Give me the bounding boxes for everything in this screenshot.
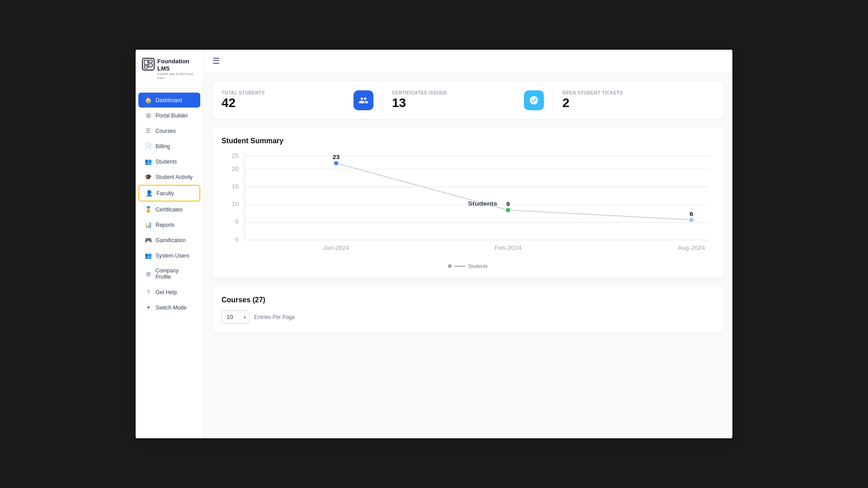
svg-text:20: 20	[232, 165, 239, 172]
sidebar-item-label-switch-mode: Switch Mode	[156, 305, 187, 311]
sidebar-item-reports[interactable]: 📊Reports	[138, 217, 200, 232]
sidebar-item-switch-mode[interactable]: ✦Switch Mode	[138, 300, 200, 315]
svg-text:25: 25	[232, 153, 239, 159]
chart-wrapper: 0 5 10 15 20 25	[222, 151, 714, 260]
sidebar-item-label-reports: Reports	[156, 222, 175, 228]
legend-dot	[448, 264, 452, 268]
svg-rect-2	[149, 60, 152, 62]
svg-rect-4	[144, 66, 148, 68]
dashboard-icon: 🏠	[145, 97, 152, 103]
portal-builder-icon: ⊞	[145, 112, 152, 119]
line-chart-svg: 0 5 10 15 20 25	[222, 151, 714, 260]
svg-text:15: 15	[232, 183, 239, 190]
stat-total-students: TOTAL STUDENTS 42	[222, 90, 373, 111]
chart-legend: Students	[222, 263, 714, 269]
sidebar-item-label-dashboard: Dashboard	[156, 97, 182, 103]
svg-point-19	[333, 161, 339, 166]
courses-title: Courses (27)	[222, 296, 714, 304]
sidebar-item-billing[interactable]: 📄Billing	[138, 139, 200, 154]
svg-text:23: 23	[333, 154, 340, 160]
sidebar-item-label-courses: Courses	[156, 128, 176, 134]
sidebar-item-label-students: Students	[156, 159, 177, 165]
stat-label-students: TOTAL STUDENTS	[222, 90, 348, 95]
sidebar-item-label-get-help: Get Help	[156, 289, 177, 296]
sidebar-item-label-company-profile: Company Profile	[156, 267, 194, 280]
sidebar-item-label-billing: Billing	[156, 143, 170, 150]
svg-text:10: 10	[232, 201, 239, 207]
sidebar-item-label-gamification: Gamification	[156, 237, 186, 244]
sidebar-item-certificates[interactable]: 🏅Certificates	[138, 202, 200, 217]
logo-area: Foundation LMS A better way to teach and…	[136, 50, 203, 89]
sidebar-item-students[interactable]: 👥Students	[138, 154, 200, 169]
nav-items-container: 🏠Dashboard⊞Portal Builder☰Courses📄Billin…	[136, 92, 203, 315]
stat-certificates: CERTIFICATES ISSUED 13	[392, 90, 544, 111]
stat-divider-2	[553, 89, 553, 112]
sidebar-item-dashboard[interactable]: 🏠Dashboard	[138, 93, 200, 108]
sidebar-item-faculty[interactable]: 👤Faculty	[138, 185, 200, 202]
stat-value-students: 42	[222, 95, 348, 111]
sidebar-item-company-profile[interactable]: ⊞Company Profile	[138, 263, 200, 284]
courses-controls: 10 25 50 100 Entries Per Page	[222, 310, 714, 324]
svg-text:Aug-2024: Aug-2024	[678, 245, 705, 251]
sidebar-item-portal-builder[interactable]: ⊞Portal Builder	[138, 108, 200, 123]
entries-label: Entries Per Page	[254, 314, 295, 320]
hamburger-menu[interactable]: ☰	[212, 56, 220, 66]
sidebar-item-gamification[interactable]: 🎮Gamification	[138, 233, 200, 248]
faculty-icon: 👤	[146, 190, 153, 197]
billing-icon: 📄	[145, 143, 152, 150]
sidebar-item-courses[interactable]: ☰Courses	[138, 123, 200, 138]
svg-text:Students: Students	[468, 200, 497, 207]
svg-point-20	[505, 207, 511, 212]
entries-select-wrapper[interactable]: 10 25 50 100	[222, 310, 250, 324]
stat-tickets: OPEN STUDENT TICKETS 2	[562, 90, 714, 111]
logo-title: Foundation LMS	[157, 58, 197, 72]
svg-text:6: 6	[689, 211, 693, 217]
sidebar-item-get-help[interactable]: ?Get Help	[138, 285, 200, 300]
chart-title: Student Summary	[222, 137, 714, 145]
svg-text:Jan-2024: Jan-2024	[323, 245, 349, 251]
legend-line	[454, 266, 465, 267]
chart-section: Student Summary 0	[212, 128, 723, 278]
students-icon: 👥	[145, 158, 152, 165]
svg-text:5: 5	[235, 219, 239, 225]
sidebar-item-label-faculty: Faculty	[156, 190, 174, 197]
stat-label-tickets: OPEN STUDENT TICKETS	[562, 90, 714, 95]
student-activity-icon: 🎓	[145, 174, 152, 180]
sidebar-item-system-users[interactable]: 👥System Users	[138, 248, 200, 263]
stats-row: TOTAL STUDENTS 42 CERTIFICATES ISSUED 13	[212, 82, 723, 119]
stat-value-tickets: 2	[562, 95, 714, 111]
stat-icon-certs	[524, 90, 544, 110]
logo-icon	[142, 58, 155, 70]
gamification-icon: 🎮	[145, 237, 152, 244]
svg-point-21	[689, 217, 694, 222]
get-help-icon: ?	[145, 289, 152, 296]
sidebar: Foundation LMS A better way to teach and…	[136, 50, 203, 438]
svg-rect-1	[144, 60, 148, 65]
company-profile-icon: ⊞	[145, 271, 152, 277]
courses-section: Courses (27) 10 25 50 100 Entries Per Pa…	[212, 287, 723, 333]
content-area: TOTAL STUDENTS 42 CERTIFICATES ISSUED 13	[203, 73, 732, 438]
sidebar-item-label-portal-builder: Portal Builder	[156, 113, 188, 119]
sidebar-item-label-student-activity: Student Activity	[156, 174, 193, 180]
certificates-icon: 🏅	[145, 206, 152, 213]
courses-icon: ☰	[145, 127, 152, 134]
main-content: ☰ TOTAL STUDENTS 42	[203, 50, 732, 438]
stat-label-certs: CERTIFICATES ISSUED	[392, 90, 519, 95]
entries-per-page-select[interactable]: 10 25 50 100	[222, 310, 250, 324]
logo-subtitle: A better way to teach and learn	[157, 72, 197, 80]
top-bar: ☰	[203, 50, 732, 73]
sidebar-item-label-certificates: Certificates	[156, 206, 183, 213]
stat-value-certs: 13	[392, 95, 519, 111]
system-users-icon: 👥	[145, 252, 152, 259]
switch-mode-icon: ✦	[145, 304, 152, 311]
svg-text:Feb-2024: Feb-2024	[495, 245, 522, 251]
stat-divider-1	[382, 89, 383, 112]
reports-icon: 📊	[145, 221, 152, 228]
legend-label: Students	[468, 263, 487, 269]
svg-rect-3	[149, 64, 152, 67]
svg-text:0: 0	[235, 237, 239, 243]
stat-icon-students	[354, 90, 373, 110]
sidebar-item-student-activity[interactable]: 🎓Student Activity	[138, 169, 200, 184]
svg-text:9: 9	[506, 201, 510, 207]
sidebar-item-label-system-users: System Users	[156, 253, 189, 259]
